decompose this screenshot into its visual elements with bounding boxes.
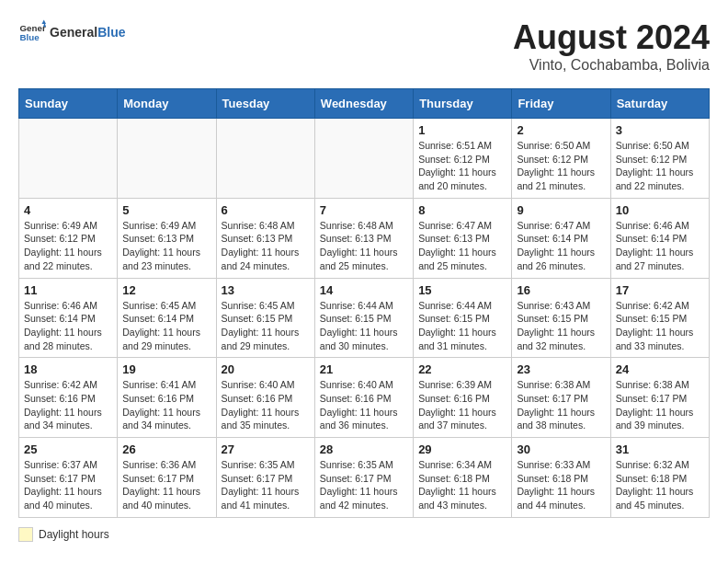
day-number: 21: [320, 362, 408, 376]
day-number: 20: [222, 362, 310, 376]
day-info: Sunrise: 6:41 AM Sunset: 6:16 PM Dayligh…: [122, 378, 210, 432]
day-number: 29: [418, 442, 506, 456]
day-number: 1: [418, 123, 506, 137]
day-info: Sunrise: 6:48 AM Sunset: 6:13 PM Dayligh…: [222, 219, 310, 273]
col-monday: Monday: [118, 89, 216, 119]
table-row: 13Sunrise: 6:45 AM Sunset: 6:15 PM Dayli…: [216, 278, 314, 358]
logo-general-text: General: [50, 25, 97, 40]
day-info: Sunrise: 6:35 AM Sunset: 6:17 PM Dayligh…: [320, 458, 408, 512]
legend-label: Daylight hours: [39, 528, 109, 541]
day-number: 23: [517, 362, 605, 376]
svg-text:Blue: Blue: [20, 32, 40, 42]
table-row: 31Sunrise: 6:32 AM Sunset: 6:18 PM Dayli…: [610, 438, 709, 518]
day-number: 31: [616, 442, 704, 456]
day-number: 11: [24, 283, 112, 297]
day-number: 15: [418, 283, 506, 297]
table-row: 18Sunrise: 6:42 AM Sunset: 6:16 PM Dayli…: [19, 358, 118, 438]
day-info: Sunrise: 6:47 AM Sunset: 6:14 PM Dayligh…: [517, 219, 605, 273]
day-info: Sunrise: 6:45 AM Sunset: 6:14 PM Dayligh…: [122, 299, 210, 353]
table-row: 4Sunrise: 6:49 AM Sunset: 6:12 PM Daylig…: [19, 198, 118, 278]
day-number: 9: [517, 203, 605, 217]
location-subtitle: Vinto, Cochabamba, Bolivia: [513, 57, 710, 74]
day-number: 18: [24, 362, 112, 376]
day-number: 6: [222, 203, 310, 217]
table-row: 21Sunrise: 6:40 AM Sunset: 6:16 PM Dayli…: [314, 358, 413, 438]
table-row: 25Sunrise: 6:37 AM Sunset: 6:17 PM Dayli…: [19, 438, 118, 518]
day-number: 30: [517, 442, 605, 456]
logo-icon: General Blue: [18, 18, 46, 46]
legend: Daylight hours: [18, 527, 710, 542]
day-info: Sunrise: 6:50 AM Sunset: 6:12 PM Dayligh…: [517, 139, 605, 193]
day-number: 25: [24, 442, 112, 456]
day-info: Sunrise: 6:40 AM Sunset: 6:16 PM Dayligh…: [222, 378, 310, 432]
legend-box: [18, 527, 33, 542]
day-number: 14: [320, 283, 408, 297]
table-row: [19, 119, 118, 199]
day-info: Sunrise: 6:44 AM Sunset: 6:15 PM Dayligh…: [418, 299, 506, 353]
table-row: 3Sunrise: 6:50 AM Sunset: 6:12 PM Daylig…: [610, 119, 709, 199]
day-number: 26: [122, 442, 210, 456]
day-info: Sunrise: 6:46 AM Sunset: 6:14 PM Dayligh…: [24, 299, 112, 353]
table-row: 23Sunrise: 6:38 AM Sunset: 6:17 PM Dayli…: [512, 358, 610, 438]
table-row: 9Sunrise: 6:47 AM Sunset: 6:14 PM Daylig…: [512, 198, 610, 278]
title-block: August 2024 Vinto, Cochabamba, Bolivia: [513, 18, 710, 74]
day-info: Sunrise: 6:49 AM Sunset: 6:13 PM Dayligh…: [122, 219, 210, 273]
table-row: 19Sunrise: 6:41 AM Sunset: 6:16 PM Dayli…: [118, 358, 216, 438]
page-header: General Blue GeneralBlue August 2024 Vin…: [18, 18, 710, 74]
day-number: 16: [517, 283, 605, 297]
table-row: 30Sunrise: 6:33 AM Sunset: 6:18 PM Dayli…: [512, 438, 610, 518]
day-info: Sunrise: 6:39 AM Sunset: 6:16 PM Dayligh…: [418, 378, 506, 432]
calendar-week-row: 25Sunrise: 6:37 AM Sunset: 6:17 PM Dayli…: [19, 438, 710, 518]
table-row: 14Sunrise: 6:44 AM Sunset: 6:15 PM Dayli…: [314, 278, 413, 358]
day-number: 28: [320, 442, 408, 456]
table-row: [216, 119, 314, 199]
col-thursday: Thursday: [414, 89, 512, 119]
table-row: 16Sunrise: 6:43 AM Sunset: 6:15 PM Dayli…: [512, 278, 610, 358]
calendar-week-row: 11Sunrise: 6:46 AM Sunset: 6:14 PM Dayli…: [19, 278, 710, 358]
calendar-week-row: 1Sunrise: 6:51 AM Sunset: 6:12 PM Daylig…: [19, 119, 710, 199]
day-info: Sunrise: 6:33 AM Sunset: 6:18 PM Dayligh…: [517, 458, 605, 512]
day-info: Sunrise: 6:48 AM Sunset: 6:13 PM Dayligh…: [320, 219, 408, 273]
day-info: Sunrise: 6:37 AM Sunset: 6:17 PM Dayligh…: [24, 458, 112, 512]
day-number: 2: [517, 123, 605, 137]
table-row: 22Sunrise: 6:39 AM Sunset: 6:16 PM Dayli…: [414, 358, 512, 438]
day-info: Sunrise: 6:51 AM Sunset: 6:12 PM Dayligh…: [418, 139, 506, 193]
table-row: 20Sunrise: 6:40 AM Sunset: 6:16 PM Dayli…: [216, 358, 314, 438]
calendar-week-row: 4Sunrise: 6:49 AM Sunset: 6:12 PM Daylig…: [19, 198, 710, 278]
day-info: Sunrise: 6:50 AM Sunset: 6:12 PM Dayligh…: [616, 139, 704, 193]
day-info: Sunrise: 6:43 AM Sunset: 6:15 PM Dayligh…: [517, 299, 605, 353]
day-number: 10: [616, 203, 704, 217]
day-info: Sunrise: 6:34 AM Sunset: 6:18 PM Dayligh…: [418, 458, 506, 512]
table-row: 5Sunrise: 6:49 AM Sunset: 6:13 PM Daylig…: [118, 198, 216, 278]
day-number: 7: [320, 203, 408, 217]
table-row: 24Sunrise: 6:38 AM Sunset: 6:17 PM Dayli…: [610, 358, 709, 438]
day-info: Sunrise: 6:47 AM Sunset: 6:13 PM Dayligh…: [418, 219, 506, 273]
day-info: Sunrise: 6:46 AM Sunset: 6:14 PM Dayligh…: [616, 219, 704, 273]
day-number: 22: [418, 362, 506, 376]
table-row: 1Sunrise: 6:51 AM Sunset: 6:12 PM Daylig…: [414, 119, 512, 199]
table-row: 29Sunrise: 6:34 AM Sunset: 6:18 PM Dayli…: [414, 438, 512, 518]
day-number: 5: [122, 203, 210, 217]
day-info: Sunrise: 6:49 AM Sunset: 6:12 PM Dayligh…: [24, 219, 112, 273]
day-number: 27: [222, 442, 310, 456]
col-friday: Friday: [512, 89, 610, 119]
table-row: 28Sunrise: 6:35 AM Sunset: 6:17 PM Dayli…: [314, 438, 413, 518]
day-info: Sunrise: 6:45 AM Sunset: 6:15 PM Dayligh…: [222, 299, 310, 353]
day-info: Sunrise: 6:42 AM Sunset: 6:16 PM Dayligh…: [24, 378, 112, 432]
day-info: Sunrise: 6:32 AM Sunset: 6:18 PM Dayligh…: [616, 458, 704, 512]
table-row: 17Sunrise: 6:42 AM Sunset: 6:15 PM Dayli…: [610, 278, 709, 358]
table-row: 2Sunrise: 6:50 AM Sunset: 6:12 PM Daylig…: [512, 119, 610, 199]
day-number: 19: [122, 362, 210, 376]
table-row: [118, 119, 216, 199]
table-row: 6Sunrise: 6:48 AM Sunset: 6:13 PM Daylig…: [216, 198, 314, 278]
table-row: 12Sunrise: 6:45 AM Sunset: 6:14 PM Dayli…: [118, 278, 216, 358]
month-year-title: August 2024: [513, 18, 710, 57]
day-number: 8: [418, 203, 506, 217]
table-row: 27Sunrise: 6:35 AM Sunset: 6:17 PM Dayli…: [216, 438, 314, 518]
day-info: Sunrise: 6:35 AM Sunset: 6:17 PM Dayligh…: [222, 458, 310, 512]
calendar-week-row: 18Sunrise: 6:42 AM Sunset: 6:16 PM Dayli…: [19, 358, 710, 438]
table-row: 10Sunrise: 6:46 AM Sunset: 6:14 PM Dayli…: [610, 198, 709, 278]
day-info: Sunrise: 6:44 AM Sunset: 6:15 PM Dayligh…: [320, 299, 408, 353]
day-info: Sunrise: 6:38 AM Sunset: 6:17 PM Dayligh…: [517, 378, 605, 432]
calendar-header-row: Sunday Monday Tuesday Wednesday Thursday…: [19, 89, 710, 119]
